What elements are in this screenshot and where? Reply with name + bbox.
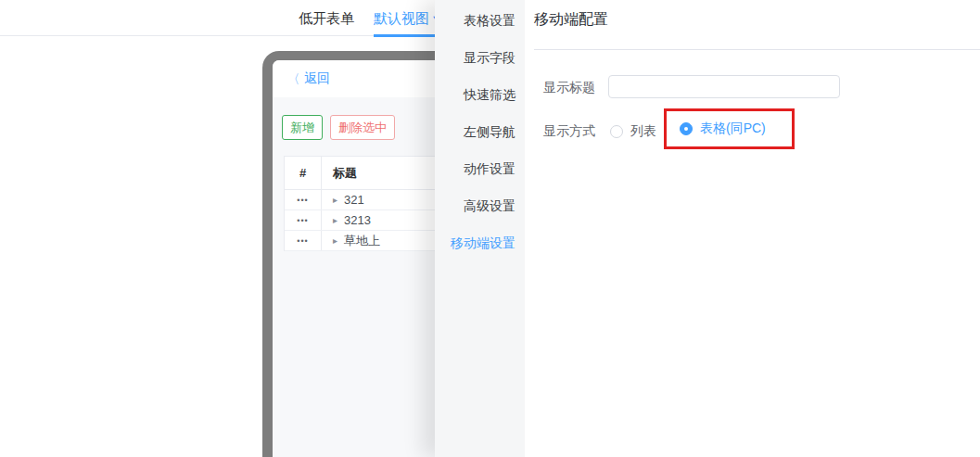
- expand-caret-icon[interactable]: ▸: [333, 235, 337, 246]
- radio-unchecked-icon: [610, 125, 623, 138]
- menu-item-action-settings[interactable]: 动作设置: [435, 151, 525, 188]
- tab-low-code-form[interactable]: 低开表单: [299, 10, 354, 28]
- back-link-label: 返回: [304, 70, 330, 87]
- show-title-label: 显示标题: [543, 80, 595, 96]
- menu-item-advanced-settings[interactable]: 高级设置: [435, 188, 525, 225]
- row-menu-icon[interactable]: •••: [297, 236, 308, 246]
- column-header-index: #: [285, 157, 322, 189]
- highlight-red-box: 表格(同PC): [664, 108, 795, 149]
- show-title-input[interactable]: [608, 75, 840, 98]
- radio-option-table[interactable]: 表格(同PC): [680, 121, 766, 137]
- mobile-action-bar: 新增 删除选中: [282, 115, 457, 140]
- row-title: 3213: [344, 213, 371, 227]
- row-title: 321: [344, 193, 364, 207]
- mobile-preview-frame: 〈返回 新增 删除选中 # 标题 ••• ▸ 321: [262, 51, 457, 457]
- table-row[interactable]: ••• ▸ 草地上: [285, 231, 457, 251]
- menu-item-display-fields[interactable]: 显示字段: [435, 40, 525, 77]
- row-title: 草地上: [344, 233, 380, 249]
- back-link[interactable]: 〈返回: [288, 70, 330, 87]
- tab-default-view[interactable]: 默认视图▼: [374, 10, 440, 28]
- row-menu-icon[interactable]: •••: [297, 196, 308, 205]
- mobile-preview-screen: 〈返回 新增 删除选中 # 标题 ••• ▸ 321: [273, 60, 457, 457]
- mobile-preview-header: 〈返回: [273, 60, 457, 97]
- panel-divider: [534, 49, 980, 50]
- column-header-title: 标题: [322, 165, 357, 182]
- topbar-divider: [0, 35, 435, 36]
- display-mode-label: 显示方式: [543, 123, 595, 140]
- add-button[interactable]: 新增: [282, 115, 323, 140]
- tab-default-view-label: 默认视图: [374, 10, 429, 26]
- menu-item-table-settings[interactable]: 表格设置: [435, 3, 525, 40]
- expand-caret-icon[interactable]: ▸: [333, 215, 337, 225]
- delete-selected-button[interactable]: 删除选中: [330, 115, 395, 140]
- radio-option-table-label: 表格(同PC): [700, 121, 766, 137]
- table-header-row: # 标题: [285, 157, 457, 190]
- panel-title: 移动端配置: [534, 10, 608, 30]
- form-designer-screen: 低开表单 默认视图▼ 〈返回 新增 删除选中 # 标题 •••: [0, 0, 980, 457]
- expand-caret-icon[interactable]: ▸: [333, 195, 337, 205]
- menu-item-quick-filter[interactable]: 快速筛选: [435, 77, 525, 114]
- active-tab-indicator: [374, 34, 435, 37]
- chevron-left-icon: 〈: [288, 70, 299, 88]
- settings-menu: 表格设置 显示字段 快速筛选 左侧导航 动作设置 高级设置 移动端设置: [435, 0, 525, 457]
- mobile-config-panel: 移动端配置 显示标题 显示方式 列表 表格(同PC): [525, 0, 980, 457]
- radio-option-list[interactable]: 列表: [610, 123, 656, 140]
- settings-drawer: 表格设置 显示字段 快速筛选 左侧导航 动作设置 高级设置 移动端设置 移动端配…: [435, 0, 980, 457]
- radio-checked-icon: [680, 122, 693, 135]
- mobile-table: # 标题 ••• ▸ 321 •••: [284, 156, 457, 251]
- menu-item-left-nav[interactable]: 左侧导航: [435, 114, 525, 151]
- row-menu-icon[interactable]: •••: [297, 216, 308, 225]
- menu-item-mobile-settings[interactable]: 移动端设置: [435, 225, 525, 262]
- table-row[interactable]: ••• ▸ 3213: [285, 210, 457, 231]
- radio-option-list-label: 列表: [630, 123, 656, 140]
- table-row[interactable]: ••• ▸ 321: [285, 190, 457, 210]
